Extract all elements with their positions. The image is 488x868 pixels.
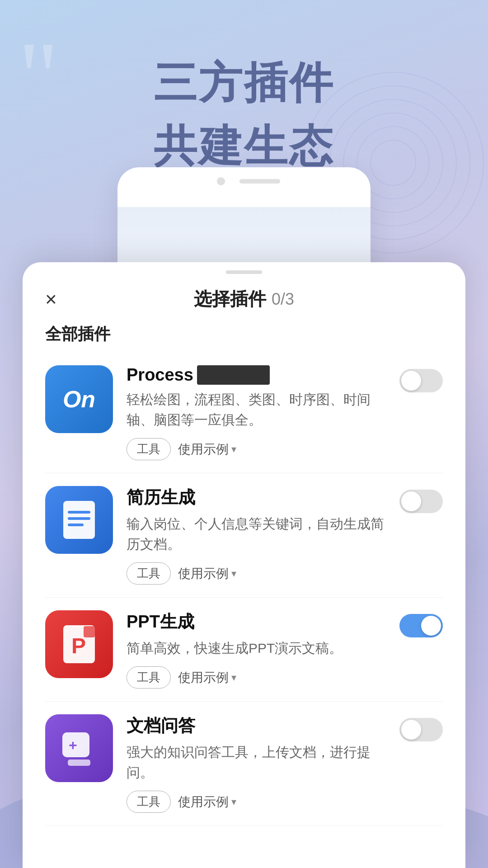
svg-rect-9 bbox=[68, 511, 90, 514]
toggle-wrap-resume bbox=[399, 486, 443, 513]
sheet-header: × 选择插件 0/3 bbox=[23, 274, 465, 316]
processon-icon-text: On bbox=[63, 386, 95, 413]
example-link-ppt[interactable]: 使用示例 ▾ bbox=[178, 669, 236, 686]
chevron-down-icon: ▾ bbox=[231, 568, 236, 580]
plugin-tags-resume: 工具 使用示例 ▾ bbox=[127, 562, 394, 585]
toggle-wrap-ppt bbox=[399, 610, 443, 637]
category-label: 全部插件 bbox=[23, 316, 465, 353]
plugin-content-resume: 简历生成 输入岗位、个人信息等关键词，自动生成简历文档。 工具 使用示例 ▾ bbox=[127, 486, 394, 585]
chevron-down-icon: ▾ bbox=[231, 443, 236, 455]
plugin-tags-docqa: 工具 使用示例 ▾ bbox=[127, 791, 394, 813]
plugin-content-ppt: PPT生成 简单高效，快速生成PPT演示文稿。 工具 使用示例 ▾ bbox=[127, 610, 394, 689]
plugin-list: On Process██████ 轻松绘图，流程图、类图、时序图、时间轴、脑图等… bbox=[23, 353, 465, 826]
plugin-item-processon: On Process██████ 轻松绘图，流程图、类图、时序图、时间轴、脑图等… bbox=[45, 353, 443, 473]
svg-rect-10 bbox=[68, 517, 90, 520]
plugin-name-ppt: PPT生成 bbox=[127, 610, 394, 633]
sheet-handle bbox=[226, 270, 262, 274]
plugin-item-resume: 简历生成 输入岗位、个人信息等关键词，自动生成简历文档。 工具 使用示例 ▾ bbox=[45, 473, 443, 598]
plugin-desc-processon: 轻松绘图，流程图、类图、时序图、时间轴、脑图等一应俱全。 bbox=[127, 389, 394, 430]
svg-text:P: P bbox=[71, 634, 86, 658]
plugin-icon-docqa: + bbox=[45, 714, 113, 782]
toggle-wrap-processon bbox=[399, 365, 443, 392]
toggle-docqa[interactable] bbox=[399, 718, 443, 741]
plugin-tag-processon: 工具 bbox=[127, 438, 171, 460]
plugin-icon-ppt: P bbox=[45, 610, 113, 678]
plugin-content-processon: Process██████ 轻松绘图，流程图、类图、时序图、时间轴、脑图等一应俱… bbox=[127, 365, 394, 460]
svg-text:+: + bbox=[69, 737, 77, 753]
example-link-docqa[interactable]: 使用示例 ▾ bbox=[178, 793, 236, 811]
plugin-tag-resume: 工具 bbox=[127, 562, 171, 585]
plugin-name-resume: 简历生成 bbox=[127, 486, 394, 509]
svg-rect-11 bbox=[68, 524, 84, 526]
plugin-tag-ppt: 工具 bbox=[127, 666, 171, 689]
plugin-icon-processon: On bbox=[45, 365, 113, 433]
redacted-text: ██████ bbox=[197, 365, 270, 385]
toggle-wrap-docqa bbox=[399, 714, 443, 741]
example-link-resume[interactable]: 使用示例 ▾ bbox=[178, 565, 236, 582]
plugin-tags-ppt: 工具 使用示例 ▾ bbox=[127, 666, 394, 689]
plugin-desc-ppt: 简单高效，快速生成PPT演示文稿。 bbox=[127, 638, 394, 658]
sheet-count: 0/3 bbox=[272, 290, 294, 309]
plugin-tags-processon: 工具 使用示例 ▾ bbox=[127, 438, 394, 460]
plugin-name-processon: Process██████ bbox=[127, 365, 394, 385]
plugin-content-docqa: 文档问答 强大的知识问答工具，上传文档，进行提问。 工具 使用示例 ▾ bbox=[127, 714, 394, 813]
plugin-desc-docqa: 强大的知识问答工具，上传文档，进行提问。 bbox=[127, 742, 394, 783]
toggle-resume[interactable] bbox=[399, 490, 443, 513]
svg-rect-16 bbox=[68, 760, 90, 766]
docqa-icon-svg: + bbox=[59, 726, 99, 771]
svg-rect-14 bbox=[84, 626, 95, 637]
ppt-icon-svg: P bbox=[59, 622, 99, 667]
close-button[interactable]: × bbox=[45, 289, 57, 309]
bottom-sheet: × 选择插件 0/3 全部插件 On Process██████ 轻松绘图，流程… bbox=[23, 262, 465, 868]
resume-icon-svg bbox=[59, 497, 99, 542]
toggle-ppt[interactable] bbox=[399, 614, 443, 637]
example-link-processon[interactable]: 使用示例 ▾ bbox=[178, 441, 236, 458]
toggle-processon[interactable] bbox=[399, 369, 443, 392]
chevron-down-icon: ▾ bbox=[231, 672, 236, 684]
plugin-item-ppt: P PPT生成 简单高效，快速生成PPT演示文稿。 工具 使用示例 ▾ bbox=[45, 598, 443, 702]
plugin-desc-resume: 输入岗位、个人信息等关键词，自动生成简历文档。 bbox=[127, 514, 394, 554]
plugin-item-docqa: + 文档问答 强大的知识问答工具，上传文档，进行提问。 工具 使用示例 ▾ bbox=[45, 702, 443, 826]
hero-title-line1: 三方插件 bbox=[0, 54, 488, 113]
plugin-name-docqa: 文档问答 bbox=[127, 714, 394, 737]
plugin-tag-docqa: 工具 bbox=[127, 791, 171, 813]
sheet-title: 选择插件 bbox=[194, 287, 266, 311]
phone-speaker bbox=[239, 179, 280, 184]
hero-section: 三方插件 共建生态 bbox=[0, 54, 488, 176]
phone-camera bbox=[217, 177, 225, 185]
chevron-down-icon: ▾ bbox=[231, 796, 236, 808]
plugin-icon-resume bbox=[45, 486, 113, 554]
